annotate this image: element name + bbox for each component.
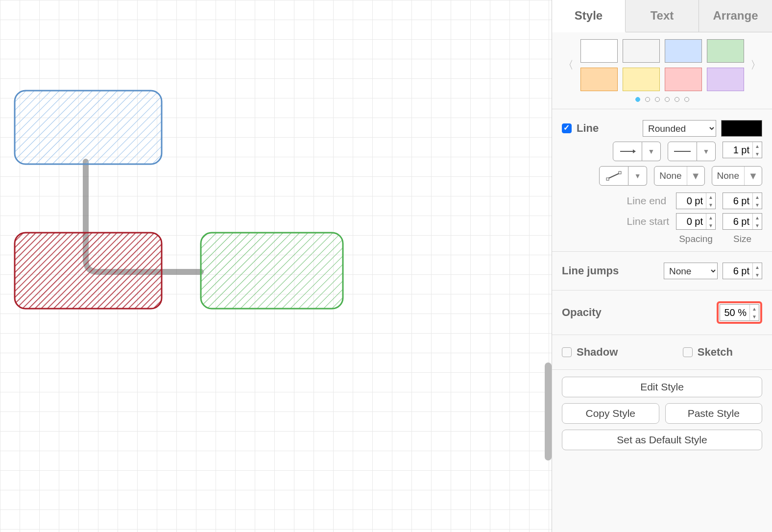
line-start-spacing-field[interactable]: ▲▼	[676, 213, 716, 230]
shadow-label: Shadow	[577, 346, 618, 359]
opacity-input[interactable]	[720, 305, 749, 320]
set-default-style-button[interactable]: Set as Default Style	[562, 430, 762, 450]
paste-style-button[interactable]: Paste Style	[665, 403, 763, 424]
effects-section: Shadow Sketch	[552, 335, 772, 370]
swatch-green[interactable]	[707, 39, 744, 63]
stepper-down-icon[interactable]: ▼	[750, 313, 759, 320]
waypoint-picker[interactable]: ▼	[599, 166, 647, 186]
style-actions-section: Edit Style Copy Style Paste Style Set as…	[552, 370, 772, 457]
opacity-highlight: ▲▼	[717, 301, 762, 324]
linejumps-size-field[interactable]: ▲▼	[723, 263, 762, 279]
palette-dot[interactable]	[684, 97, 689, 102]
line-pattern-picker[interactable]: ▼	[668, 142, 716, 161]
waypoint-style-select[interactable]: None ▼	[654, 166, 704, 186]
color-palette	[579, 39, 745, 91]
svg-rect-4	[15, 233, 162, 309]
line-start-label: Line start	[627, 216, 669, 227]
edit-style-button[interactable]: Edit Style	[562, 377, 762, 397]
tab-text[interactable]: Text	[626, 0, 699, 32]
palette-dot[interactable]	[665, 97, 670, 102]
line-color-well[interactable]	[721, 120, 762, 137]
linejumps-section: Line jumps None ▲▼	[552, 252, 772, 290]
swatch-red[interactable]	[665, 68, 702, 91]
swatch-white[interactable]	[580, 39, 618, 63]
line-end-spacing-field[interactable]: ▲▼	[676, 193, 716, 209]
color-palette-section: 〈 〉	[552, 32, 772, 109]
palette-prev-icon[interactable]: 〈	[562, 59, 575, 72]
shadow-checkbox[interactable]	[562, 347, 572, 357]
tab-arrange[interactable]: Arrange	[699, 0, 772, 32]
diagram-canvas[interactable]	[0, 0, 552, 532]
stepper-up-icon[interactable]: ▲	[753, 142, 762, 150]
linejumps-select[interactable]: None	[664, 263, 718, 279]
canvas-svg	[0, 0, 552, 532]
tab-style[interactable]: Style	[552, 0, 626, 32]
sketch-label: Sketch	[698, 346, 733, 359]
arrow-end-picker[interactable]: ▼	[613, 142, 661, 161]
line-label: Line	[577, 122, 599, 135]
sidebar-tabs: Style Text Arrange	[552, 0, 772, 32]
spacing-sublabel: Spacing	[676, 234, 716, 244]
svg-line-9	[607, 173, 620, 179]
line-end-label: Line end	[627, 195, 667, 207]
line-end-size-field[interactable]: ▲▼	[723, 193, 762, 209]
opacity-label: Opacity	[562, 306, 602, 319]
palette-dot[interactable]	[645, 97, 650, 102]
palette-next-icon[interactable]: 〉	[749, 59, 762, 72]
palette-dot[interactable]	[675, 97, 679, 102]
line-width-input[interactable]	[723, 142, 752, 158]
swatch-purple[interactable]	[707, 68, 744, 91]
opacity-section: Opacity ▲▼	[552, 290, 772, 335]
svg-rect-3	[15, 91, 162, 164]
swatch-lightgray[interactable]	[623, 39, 660, 63]
line-checkbox[interactable]	[562, 123, 572, 133]
swatch-orange[interactable]	[580, 68, 618, 91]
size-sublabel: Size	[723, 234, 762, 244]
connection-style-select[interactable]: None ▼	[712, 166, 762, 186]
linejumps-label: Line jumps	[562, 265, 619, 277]
opacity-field[interactable]: ▲▼	[720, 304, 759, 321]
vertical-scrollbar[interactable]	[545, 363, 552, 460]
line-style-select[interactable]: Rounded	[643, 120, 716, 137]
format-sidebar: Style Text Arrange 〈 〉	[552, 0, 772, 532]
svg-rect-5	[201, 233, 343, 309]
svg-marker-7	[633, 149, 636, 153]
palette-dot[interactable]	[635, 97, 640, 102]
svg-rect-10	[606, 178, 609, 180]
line-start-size-field[interactable]: ▲▼	[723, 213, 762, 230]
palette-dot[interactable]	[655, 97, 660, 102]
stepper-up-icon[interactable]: ▲	[750, 305, 759, 313]
line-width-field[interactable]: ▲▼	[723, 142, 762, 158]
swatch-blue[interactable]	[665, 39, 702, 63]
line-section: Line Rounded ▼ ▼ ▲▼ ▼	[552, 109, 772, 252]
svg-rect-11	[619, 171, 621, 174]
swatch-yellow[interactable]	[623, 68, 660, 91]
sketch-checkbox[interactable]	[683, 347, 693, 357]
copy-style-button[interactable]: Copy Style	[562, 403, 659, 424]
palette-pagination	[562, 97, 762, 102]
stepper-down-icon[interactable]: ▼	[753, 150, 762, 158]
